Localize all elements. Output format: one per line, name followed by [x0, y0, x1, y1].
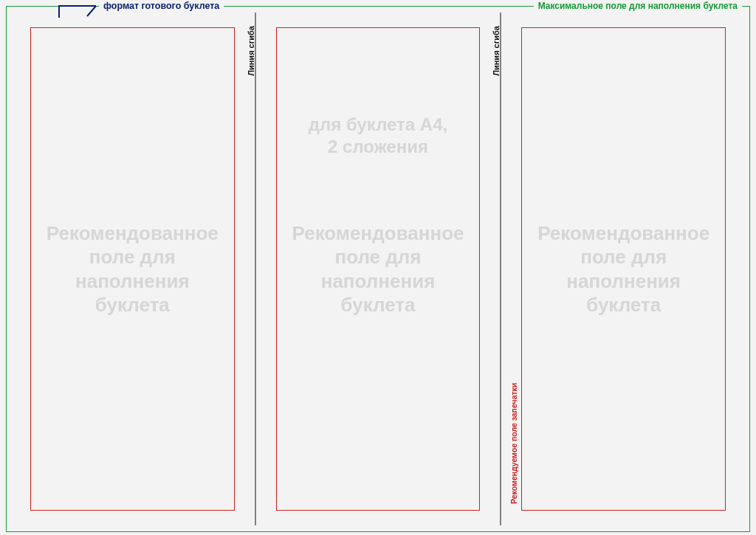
fold-label-1: Линия сгиба — [247, 26, 255, 76]
panel-2: для буклета A4, 2 сложения Рекомендованн… — [267, 26, 489, 512]
fold-1: Линия сгиба — [244, 26, 267, 512]
panel-1-watermark: Рекомендованное поле для наполнения букл… — [21, 221, 244, 317]
panel-3: Рекомендуемое поле запечатки Рекомендова… — [512, 26, 735, 512]
panel-2-watermark: Рекомендованное поле для наполнения букл… — [267, 221, 489, 317]
panels-row: Рекомендованное поле для наполнения букл… — [21, 26, 735, 512]
panel-2-spec: для буклета A4, 2 сложения — [267, 114, 489, 158]
panel-3-watermark: Рекомендованное поле для наполнения букл… — [512, 221, 735, 317]
panel-1: Рекомендованное поле для наполнения букл… — [21, 26, 244, 512]
recommended-print-label: Рекомендуемое поле запечатки — [510, 383, 518, 504]
format-booklet-label: формат готового буклета — [99, 1, 224, 11]
fold-line-2 — [501, 13, 501, 525]
trifold-template-diagram: Максимальное поле для наполнения буклета… — [0, 0, 756, 535]
fold-line-1 — [255, 13, 255, 525]
max-fill-label: Максимальное поле для наполнения буклета — [534, 1, 742, 10]
fold-label-2: Линия сгиба — [492, 26, 501, 76]
max-fill-border: Максимальное поле для наполнения буклета… — [6, 6, 750, 532]
